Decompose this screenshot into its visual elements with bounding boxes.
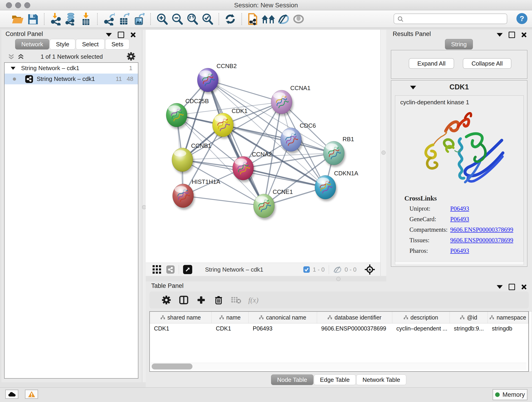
table-cell[interactable]: CDK1: [212, 323, 249, 333]
network-edge[interactable]: [208, 80, 264, 206]
tab-select[interactable]: Select: [76, 39, 105, 50]
export-table-button[interactable]: [116, 12, 132, 26]
network-svg[interactable]: CCNB2CCNA1CDC25BCDK1CDC6RB1CCNB1CCNA2CDK…: [146, 30, 380, 263]
network-node-ccnb2[interactable]: [197, 68, 220, 94]
memory-button[interactable]: Memory: [493, 389, 527, 400]
zoom-fit-button[interactable]: [185, 12, 200, 26]
string-home-button[interactable]: [261, 12, 276, 26]
search-input[interactable]: [394, 13, 507, 24]
export-image-button[interactable]: [132, 12, 147, 26]
scrollbar-thumb[interactable]: [152, 364, 192, 370]
open-in-new-icon[interactable]: [183, 265, 192, 274]
import-table-file-button[interactable]: [78, 12, 94, 26]
zoom-out-button[interactable]: [170, 12, 185, 26]
network-row-selected[interactable]: String Network – cdk1 11 48: [5, 74, 138, 84]
network-edge[interactable]: [243, 168, 325, 187]
column-header-database-identifier[interactable]: database identifier: [317, 312, 392, 323]
column-header-description[interactable]: description: [392, 312, 450, 323]
splitter-handle[interactable]: [336, 277, 341, 281]
column-header-name[interactable]: name: [212, 312, 249, 323]
panel-close-icon[interactable]: [521, 284, 526, 290]
save-session-button[interactable]: [25, 12, 40, 26]
string-view-icon[interactable]: [166, 265, 175, 274]
apply-layout-button[interactable]: [223, 12, 238, 26]
network-node-cdkn1a[interactable]: [315, 175, 337, 201]
network-node-cdk1[interactable]: [212, 113, 234, 139]
network-node-ccne1[interactable]: [253, 194, 276, 220]
toggle-labels-button[interactable]: [291, 12, 306, 26]
table-cell[interactable]: P06493: [249, 323, 317, 333]
network-edge-count: 48: [127, 75, 133, 83]
network-node-ccna2[interactable]: [233, 156, 255, 182]
table-cell[interactable]: cyclin–dependent ...: [392, 323, 450, 333]
open-session-button[interactable]: [10, 12, 25, 26]
table-cell[interactable]: CDK1: [150, 323, 212, 333]
add-column-button[interactable]: [192, 293, 210, 307]
tab-string-results[interactable]: String: [445, 39, 473, 50]
vertical-scrollbar[interactable]: [529, 311, 532, 372]
tab-network[interactable]: Network: [15, 39, 49, 50]
entry-scrollbar[interactable]: [395, 261, 524, 265]
column-header--id[interactable]: @id: [450, 312, 488, 323]
panel-float-icon[interactable]: [118, 32, 124, 38]
splitter-handle[interactable]: [381, 151, 386, 155]
tab-sets[interactable]: Sets: [105, 39, 129, 50]
column-header-shared-name[interactable]: shared name: [150, 312, 212, 323]
collapse-all-button[interactable]: Collapse All: [463, 58, 511, 69]
network-node-rb1[interactable]: [323, 141, 346, 167]
import-database-icon: [64, 13, 77, 26]
network-node-hist1h1a[interactable]: [172, 184, 195, 210]
panel-close-icon[interactable]: [130, 32, 136, 38]
cloud-status-button[interactable]: [5, 390, 18, 399]
tab-network-table[interactable]: Network Table: [356, 375, 406, 385]
birdseye-grid-icon[interactable]: [152, 265, 161, 274]
panel-float-icon[interactable]: [509, 284, 515, 290]
network-node-ccna1[interactable]: [271, 90, 293, 116]
table-cell[interactable]: 9606.ENSP00000378699: [317, 323, 392, 333]
crosslink-value-link[interactable]: 9606.ENSP00000378699: [450, 237, 513, 244]
delete-column-button[interactable]: [210, 293, 227, 307]
collection-expand-icon[interactable]: [11, 67, 16, 70]
tab-edge-table[interactable]: Edge Table: [314, 375, 356, 385]
horizontal-scrollbar[interactable]: [151, 363, 526, 370]
tab-style[interactable]: Style: [50, 39, 75, 50]
network-collection-row[interactable]: String Network – cdk1 1: [5, 63, 138, 74]
panel-menu-icon[interactable]: [106, 33, 112, 37]
selected-checkbox-icon[interactable]: [303, 266, 310, 273]
crosslink-value-link[interactable]: P06493: [450, 216, 469, 223]
zoom-selected-button[interactable]: [200, 12, 215, 26]
right-splitter[interactable]: [380, 30, 387, 281]
network-canvas[interactable]: CCNB2CCNA1CDC25BCDK1CDC6RB1CCNB1CCNA2CDK…: [146, 30, 380, 263]
column-header-canonical-name[interactable]: canonical name: [249, 312, 317, 323]
tab-node-table[interactable]: Node Table: [271, 375, 313, 385]
panel-menu-icon[interactable]: [497, 285, 503, 289]
network-edge[interactable]: [183, 196, 264, 206]
network-node-cdc25b[interactable]: [166, 103, 188, 129]
function-builder-button[interactable]: f(x): [245, 293, 262, 307]
crosslink-value-link[interactable]: 9606.ENSP00000378699: [450, 226, 513, 233]
import-network-file-button[interactable]: [48, 12, 63, 26]
hidden-eye-icon[interactable]: [333, 266, 342, 273]
column-header-namespace[interactable]: namespace: [488, 312, 528, 323]
toggle-glass-design-button[interactable]: [276, 12, 291, 26]
export-network-file-button[interactable]: [101, 12, 116, 26]
panel-close-icon[interactable]: [521, 32, 526, 38]
crosshair-icon[interactable]: [365, 264, 375, 274]
string-query-button[interactable]: [246, 12, 261, 26]
panel-menu-icon[interactable]: [497, 33, 503, 37]
table-cell[interactable]: stringdb: [488, 323, 528, 333]
help-button[interactable]: ?: [516, 13, 527, 24]
warning-status-button[interactable]: [25, 390, 38, 399]
expand-all-button[interactable]: Expand All: [409, 58, 454, 69]
table-settings-button[interactable]: [158, 293, 175, 307]
zoom-in-button[interactable]: [154, 12, 170, 26]
panel-float-icon[interactable]: [509, 32, 515, 38]
gear-icon[interactable]: [127, 52, 135, 61]
table-cell[interactable]: stringdb:9...: [450, 323, 488, 333]
crosslink-value-link[interactable]: P06493: [450, 247, 469, 254]
table-row[interactable]: CDK1CDK1P064939606.ENSP00000378699cyclin…: [150, 323, 528, 333]
crosslink-value-link[interactable]: P06493: [450, 205, 469, 212]
show-columns-button[interactable]: [175, 293, 192, 307]
delete-table-button[interactable]: [227, 293, 245, 307]
import-network-database-button[interactable]: [63, 12, 78, 26]
